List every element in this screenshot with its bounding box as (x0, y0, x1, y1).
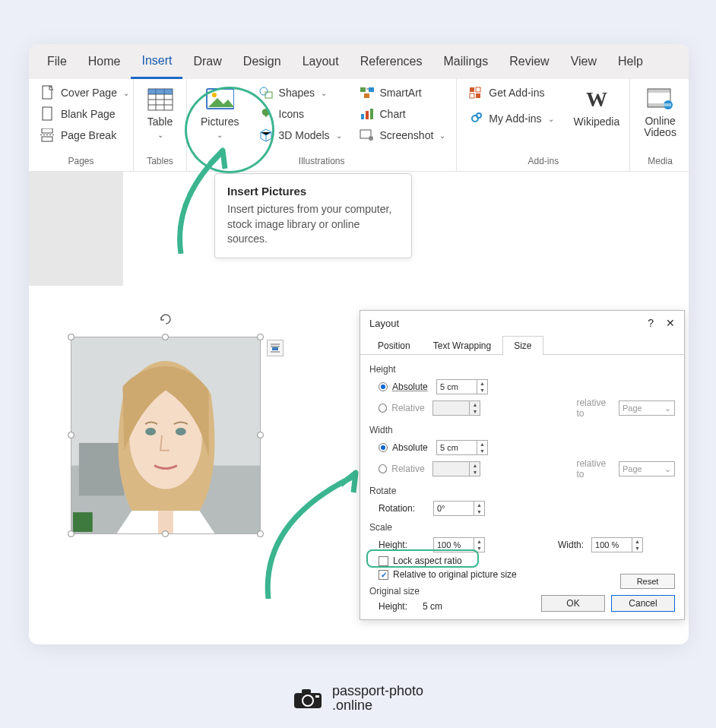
selected-image[interactable] (71, 337, 261, 557)
dialog-tab-position[interactable]: Position (366, 336, 422, 355)
tab-help[interactable]: Help (607, 44, 654, 79)
relative-original-checkbox[interactable] (379, 570, 388, 580)
chart-icon (359, 106, 375, 122)
chart-button[interactable]: Chart (356, 105, 449, 123)
width-absolute-label: Absolute (392, 442, 432, 453)
tab-design[interactable]: Design (233, 44, 292, 79)
wikipedia-button[interactable]: W Wikipedia (568, 84, 626, 131)
layout-options-button[interactable] (267, 340, 284, 356)
video-label: OnlineVideos (644, 116, 676, 139)
orig-height-val: 5 cm (423, 601, 442, 612)
table-label: Table (147, 116, 173, 128)
layout-dialog: Layout ? ✕ Position Text Wrapping Size H… (360, 310, 685, 620)
smartart-button[interactable]: SmartArt (356, 84, 449, 102)
width-section-label: Width (369, 425, 675, 435)
close-button[interactable]: ✕ (666, 317, 675, 329)
table-button[interactable]: Table⌄ (140, 84, 181, 142)
resize-handle-tl[interactable] (68, 334, 74, 340)
dialog-tab-wrap[interactable]: Text Wrapping (422, 336, 502, 355)
pictures-button[interactable]: Pictures⌄ (195, 84, 246, 142)
page-break-label: Page Break (61, 129, 116, 141)
svg-rect-3 (42, 137, 52, 141)
addins-icon (467, 111, 484, 126)
rotation-label: Rotation: (379, 503, 429, 514)
reset-button[interactable]: Reset (620, 574, 675, 589)
tab-home[interactable]: Home (78, 44, 131, 79)
svg-rect-25 (476, 87, 480, 92)
resize-handle-br[interactable] (257, 530, 264, 537)
height-absolute-input[interactable]: 5 cm▲▼ (436, 379, 488, 394)
rotation-handle[interactable] (159, 312, 173, 326)
video-icon (646, 87, 675, 112)
height-relative-radio[interactable] (379, 404, 387, 413)
resize-handle-bm[interactable] (162, 530, 169, 537)
svg-point-13 (212, 93, 217, 97)
width-relto-label: relative to (576, 458, 613, 480)
svg-rect-41 (73, 512, 93, 532)
pictures-icon (205, 87, 234, 112)
tab-layout[interactable]: Layout (292, 44, 350, 79)
online-videos-button[interactable]: OnlineVideos (638, 84, 683, 142)
height-absolute-label: Absolute (392, 381, 432, 392)
my-addins-label: My Add-ins (489, 112, 541, 125)
width-absolute-input[interactable]: 5 cm▲▼ (436, 440, 488, 455)
resize-handle-tm[interactable] (162, 334, 169, 340)
tab-mailings[interactable]: Mailings (433, 44, 499, 79)
blank-page-icon (40, 106, 56, 122)
svg-rect-46 (315, 695, 319, 698)
resize-handle-bl[interactable] (68, 530, 74, 537)
brand-line2: .online (332, 698, 423, 713)
ok-button[interactable]: OK (541, 595, 605, 612)
pictures-label: Pictures (201, 116, 239, 128)
height-absolute-radio[interactable] (379, 382, 388, 391)
shapes-button[interactable]: Shapes⌄ (255, 84, 345, 102)
tab-review[interactable]: Review (499, 44, 559, 79)
blank-page-button[interactable]: Blank Page (36, 105, 132, 123)
screenshot-button[interactable]: Screenshot⌄ (356, 126, 449, 144)
my-addins-button[interactable]: My Add-ins⌄ (464, 109, 556, 128)
cancel-button[interactable]: Cancel (611, 595, 675, 612)
height-relto-select[interactable]: Page⌄ (619, 400, 675, 416)
icons-label: Icons (279, 108, 304, 120)
brand-line1: passport-photo (332, 684, 423, 698)
doc-margin-bg (29, 172, 123, 286)
resize-handle-ml[interactable] (68, 432, 74, 438)
tab-file[interactable]: File (36, 44, 78, 79)
page-break-button[interactable]: Page Break (36, 126, 132, 144)
scale-width-input[interactable]: 100 %▲▼ (591, 537, 643, 552)
chevron-down-icon: ⌄ (123, 89, 129, 97)
svg-rect-18 (364, 93, 369, 98)
svg-rect-16 (360, 87, 366, 92)
get-addins-button[interactable]: Get Add-ins (464, 84, 556, 102)
svg-rect-27 (476, 93, 480, 98)
rotation-input[interactable]: 0°▲▼ (433, 501, 485, 516)
icons-button[interactable]: Icons (255, 105, 345, 123)
3d-models-button[interactable]: 3D Models⌄ (255, 126, 345, 144)
width-absolute-radio[interactable] (379, 443, 388, 452)
resize-handle-tr[interactable] (257, 334, 264, 340)
svg-rect-31 (648, 89, 670, 93)
rotate-section-label: Rotate (369, 486, 675, 496)
tab-draw[interactable]: Draw (182, 44, 232, 79)
height-section-label: Height (369, 364, 675, 375)
svg-point-40 (176, 428, 186, 435)
dialog-tab-size[interactable]: Size (502, 336, 543, 355)
cover-page-icon (40, 85, 56, 100)
relative-original-label: Relative to original picture size (393, 569, 517, 580)
svg-point-14 (260, 87, 268, 95)
tab-view[interactable]: View (560, 44, 607, 79)
tab-references[interactable]: References (350, 44, 433, 79)
screenshot-icon (359, 128, 375, 143)
svg-point-23 (369, 136, 373, 141)
illustrations-group-label: Illustrations (195, 154, 448, 169)
svg-rect-1 (43, 107, 52, 120)
help-button[interactable]: ? (648, 317, 654, 329)
tab-insert[interactable]: Insert (131, 44, 182, 79)
width-relto-select[interactable]: Page⌄ (619, 461, 675, 476)
height-relative-label: Relative (391, 403, 428, 413)
cover-page-button[interactable]: Cover Page⌄ (36, 84, 132, 102)
wikipedia-icon: W (582, 87, 611, 112)
width-relative-radio[interactable] (379, 464, 387, 473)
resize-handle-mr[interactable] (257, 432, 264, 438)
camera-icon (293, 687, 323, 710)
